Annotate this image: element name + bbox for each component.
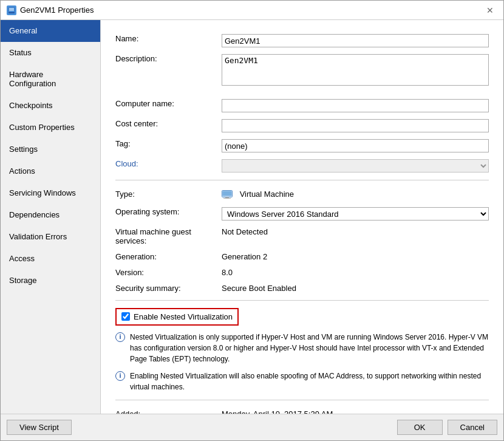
ok-button[interactable]: OK [397, 420, 443, 435]
type-value: Virtual Machine [222, 188, 489, 200]
name-label: Name: [115, 32, 222, 43]
cancel-button[interactable]: Cancel [448, 420, 497, 435]
info-box-1: i Nested Virtualization is only supporte… [115, 332, 489, 364]
info-icon-2: i [115, 371, 125, 381]
tag-label: Tag: [115, 137, 222, 148]
tag-value [222, 137, 489, 152]
footer-right: OK Cancel [397, 420, 497, 435]
security-row: Security summary: Secure Boot Enabled [115, 282, 489, 293]
sidebar-item-servicing-windows[interactable]: Servicing Windows [1, 182, 100, 204]
sidebar-item-custom-properties[interactable]: Custom Properties [1, 117, 100, 138]
description-value: Gen2VM1 [222, 52, 489, 87]
security-value: Secure Boot Enabled [222, 282, 489, 293]
security-label: Security summary: [115, 282, 222, 293]
cloud-select[interactable] [222, 159, 489, 173]
tag-input[interactable] [222, 139, 489, 152]
name-value [222, 32, 489, 47]
os-value: Windows Server 2016 Standard [222, 205, 489, 220]
version-value: 8.0 [222, 266, 489, 277]
svg-rect-2 [9, 12, 15, 13]
sidebar-item-general[interactable]: General [1, 20, 100, 42]
footer: View Script OK Cancel [1, 414, 503, 440]
sidebar-item-hardware-configuration[interactable]: Hardware Configuration [1, 64, 100, 95]
tag-row: Tag: [115, 137, 489, 152]
name-input[interactable] [222, 34, 489, 47]
guest-services-value: Not Detected [222, 225, 489, 236]
description-row: Description: Gen2VM1 [115, 52, 489, 87]
sidebar-item-access[interactable]: Access [1, 248, 100, 270]
generation-value: Generation 2 [222, 250, 489, 261]
cost-center-value [222, 117, 489, 132]
cost-center-input[interactable] [222, 119, 489, 132]
info-icon-1: i [115, 332, 125, 342]
svg-rect-6 [223, 198, 231, 199]
main-window: Gen2VM1 Properties ✕ General Status Hard… [0, 0, 504, 441]
nested-virt-container: Enable Nested Virtualization [115, 308, 489, 326]
info-text-2: Enabling Nested Virtualization will also… [130, 371, 489, 392]
os-label: Operating system: [115, 205, 222, 216]
nested-virt-checkbox[interactable] [121, 312, 130, 321]
title-bar-left: Gen2VM1 Properties [7, 5, 94, 15]
nested-virt-label[interactable]: Enable Nested Virtualization [115, 308, 239, 326]
info-text-1: Nested Virtualization is only supported … [130, 332, 489, 364]
computer-name-input[interactable] [222, 99, 489, 112]
type-row: Type: Virtual Machine [115, 188, 489, 200]
version-row: Version: 8.0 [115, 266, 489, 277]
cost-center-label: Cost center: [115, 117, 222, 128]
os-select[interactable]: Windows Server 2016 Standard [222, 207, 489, 220]
svg-rect-4 [223, 191, 232, 196]
info-box-2: i Enabling Nested Virtualization will al… [115, 371, 489, 392]
sidebar-item-dependencies[interactable]: Dependencies [1, 204, 100, 226]
generation-label: Generation: [115, 250, 222, 261]
added-label: Added: [115, 408, 222, 414]
window-title: Gen2VM1 Properties [20, 5, 94, 15]
version-label: Version: [115, 266, 222, 277]
content-area: Name: Description: Gen2VM1 Computer name… [101, 20, 503, 414]
guest-services-row: Virtual machine guest services: Not Dete… [115, 225, 489, 245]
window-body: General Status Hardware Configuration Ch… [1, 20, 503, 414]
type-text: Virtual Machine [240, 190, 294, 199]
generation-row: Generation: Generation 2 [115, 250, 489, 261]
close-button[interactable]: ✕ [483, 3, 497, 18]
computer-name-value [222, 97, 489, 112]
added-value: Monday, April 10, 2017 5:29 AM [222, 408, 489, 414]
divider-3 [115, 400, 489, 400]
cost-center-row: Cost center: [115, 117, 489, 132]
guest-services-label: Virtual machine guest services: [115, 225, 222, 245]
computer-name-label: Computer name: [115, 97, 222, 108]
name-row: Name: [115, 32, 489, 47]
description-input[interactable]: Gen2VM1 [222, 54, 489, 86]
cloud-label: Cloud: [115, 157, 222, 168]
sidebar-item-storage[interactable]: Storage [1, 270, 100, 292]
divider-1 [115, 180, 489, 180]
nested-virt-text: Enable Nested Virtualization [134, 312, 233, 321]
cloud-value [222, 157, 489, 173]
sidebar-item-actions[interactable]: Actions [1, 160, 100, 182]
os-row: Operating system: Windows Server 2016 St… [115, 205, 489, 220]
title-bar: Gen2VM1 Properties ✕ [1, 1, 503, 20]
type-label: Type: [115, 188, 222, 199]
virtual-machine-icon [222, 190, 233, 199]
added-row: Added: Monday, April 10, 2017 5:29 AM [115, 408, 489, 414]
sidebar-item-checkpoints[interactable]: Checkpoints [1, 95, 100, 117]
sidebar-item-validation-errors[interactable]: Validation Errors [1, 226, 100, 248]
sidebar: General Status Hardware Configuration Ch… [1, 20, 101, 414]
computer-name-row: Computer name: [115, 97, 489, 112]
view-script-button[interactable]: View Script [7, 420, 72, 435]
divider-2 [115, 300, 489, 301]
window-icon [7, 5, 16, 15]
vm-type-icon: Virtual Machine [222, 190, 294, 199]
description-label: Description: [115, 52, 222, 63]
sidebar-item-settings[interactable]: Settings [1, 138, 100, 160]
svg-rect-1 [9, 8, 14, 11]
sidebar-item-status[interactable]: Status [1, 42, 100, 64]
cloud-row: Cloud: [115, 157, 489, 173]
